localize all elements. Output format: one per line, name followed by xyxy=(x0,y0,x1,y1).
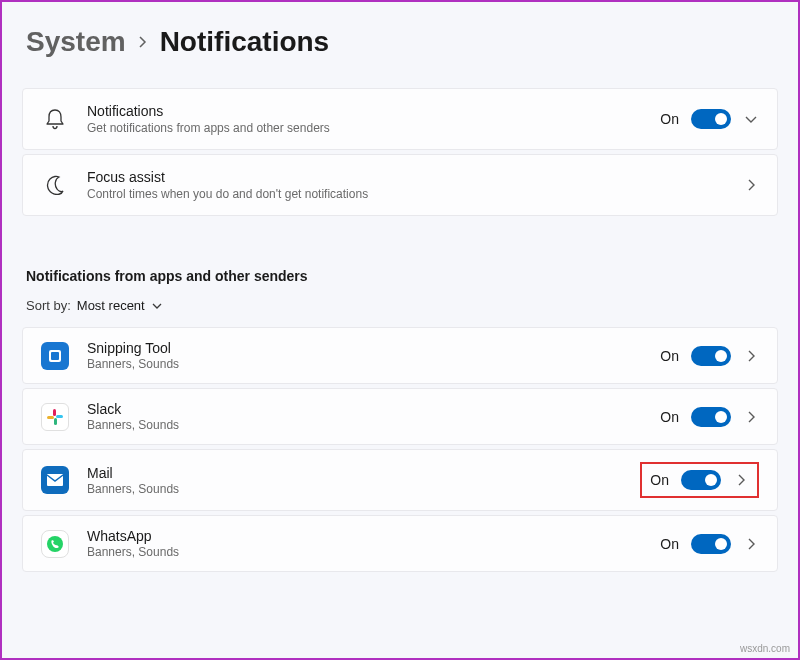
svg-rect-5 xyxy=(56,415,63,418)
mail-app-icon xyxy=(41,466,69,494)
card-title: Focus assist xyxy=(87,169,743,185)
app-row-mail[interactable]: MailBanners, SoundsOn xyxy=(22,449,778,511)
sort-dropdown[interactable]: Sort by: Most recent xyxy=(22,298,778,313)
app-row-whatsapp[interactable]: WhatsAppBanners, SoundsOn xyxy=(22,515,778,572)
card-subtitle: Get notifications from apps and other se… xyxy=(87,121,660,135)
toggle-group: On xyxy=(660,407,759,427)
app-toggle[interactable] xyxy=(691,407,731,427)
svg-rect-4 xyxy=(47,416,54,419)
card-title: Notifications xyxy=(87,103,660,119)
focus-assist-card[interactable]: Focus assist Control times when you do a… xyxy=(22,154,778,216)
app-toggle[interactable] xyxy=(691,346,731,366)
chevron-right-icon xyxy=(138,31,148,54)
moon-icon xyxy=(41,171,69,199)
breadcrumb-parent[interactable]: System xyxy=(26,26,126,58)
chevron-down-icon[interactable] xyxy=(743,114,759,124)
app-toggle[interactable] xyxy=(681,470,721,490)
slack-app-icon xyxy=(41,403,69,431)
app-subtitle: Banners, Sounds xyxy=(87,482,640,496)
toggle-group: On xyxy=(660,346,759,366)
svg-point-7 xyxy=(47,536,63,552)
app-name: WhatsApp xyxy=(87,528,660,544)
app-row-snipping-tool[interactable]: Snipping ToolBanners, SoundsOn xyxy=(22,327,778,384)
sort-value: Most recent xyxy=(77,298,145,313)
chevron-right-icon[interactable] xyxy=(743,349,759,363)
toggle-state-label: On xyxy=(660,111,679,127)
chevron-right-icon[interactable] xyxy=(743,537,759,551)
breadcrumb: System Notifications xyxy=(22,26,778,58)
toggle-state-label: On xyxy=(660,409,679,425)
app-name: Slack xyxy=(87,401,660,417)
app-toggle[interactable] xyxy=(691,534,731,554)
whatsapp-app-icon xyxy=(41,530,69,558)
toggle-group: On xyxy=(660,534,759,554)
chevron-right-icon[interactable] xyxy=(743,410,759,424)
app-row-slack[interactable]: SlackBanners, SoundsOn xyxy=(22,388,778,445)
app-name: Mail xyxy=(87,465,640,481)
watermark: wsxdn.com xyxy=(740,643,790,654)
highlighted-toggle-group: On xyxy=(640,462,759,498)
notifications-card[interactable]: Notifications Get notifications from app… xyxy=(22,88,778,150)
app-subtitle: Banners, Sounds xyxy=(87,545,660,559)
sort-label: Sort by: xyxy=(26,298,71,313)
page-title: Notifications xyxy=(160,26,330,58)
svg-rect-6 xyxy=(47,474,63,486)
svg-rect-2 xyxy=(53,409,56,416)
section-header: Notifications from apps and other sender… xyxy=(22,268,778,284)
chevron-right-icon[interactable] xyxy=(733,473,749,487)
chevron-down-icon xyxy=(151,302,163,310)
toggle-state-label: On xyxy=(660,536,679,552)
snip-app-icon xyxy=(41,342,69,370)
svg-rect-3 xyxy=(54,418,57,425)
app-name: Snipping Tool xyxy=(87,340,660,356)
app-subtitle: Banners, Sounds xyxy=(87,418,660,432)
chevron-right-icon[interactable] xyxy=(743,178,759,192)
toggle-state-label: On xyxy=(660,348,679,364)
svg-rect-1 xyxy=(51,352,59,360)
app-subtitle: Banners, Sounds xyxy=(87,357,660,371)
toggle-state-label: On xyxy=(650,472,669,488)
card-subtitle: Control times when you do and don't get … xyxy=(87,187,743,201)
notifications-toggle[interactable] xyxy=(691,109,731,129)
bell-icon xyxy=(41,105,69,133)
